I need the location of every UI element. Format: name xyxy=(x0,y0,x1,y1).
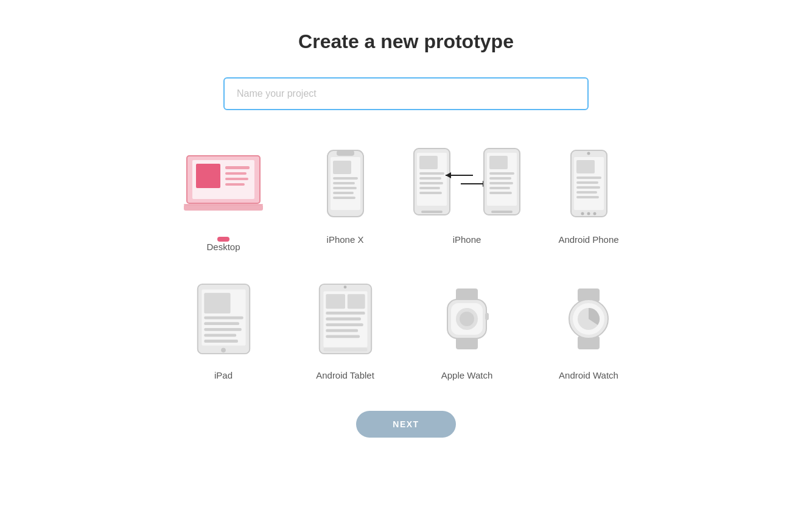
device-iphone-icon xyxy=(412,141,522,226)
device-android-tablet-icon xyxy=(303,276,388,362)
svg-rect-36 xyxy=(489,177,511,180)
svg-rect-59 xyxy=(204,334,236,337)
svg-rect-5 xyxy=(225,178,248,180)
svg-rect-35 xyxy=(489,172,514,175)
svg-rect-21 xyxy=(419,156,438,169)
svg-rect-46 xyxy=(576,186,600,189)
device-iphone-label: iPhone xyxy=(453,234,481,245)
device-apple-watch-icon xyxy=(424,276,509,362)
svg-rect-26 xyxy=(419,192,442,194)
svg-rect-65 xyxy=(347,294,365,309)
svg-rect-23 xyxy=(419,177,441,180)
svg-rect-39 xyxy=(489,192,512,194)
svg-rect-22 xyxy=(419,172,444,175)
svg-marker-28 xyxy=(446,172,451,178)
svg-rect-70 xyxy=(326,335,360,338)
svg-rect-71 xyxy=(323,348,367,352)
device-android-watch-icon xyxy=(546,276,631,362)
svg-rect-32 xyxy=(491,211,513,213)
svg-point-51 xyxy=(593,212,596,215)
svg-rect-68 xyxy=(326,323,363,326)
svg-rect-3 xyxy=(225,166,250,169)
device-ipad[interactable]: iPad xyxy=(169,276,278,380)
device-android-phone-label: Android Phone xyxy=(558,234,618,245)
svg-rect-78 xyxy=(485,313,489,320)
svg-rect-16 xyxy=(333,192,354,194)
svg-point-41 xyxy=(587,152,590,155)
svg-rect-55 xyxy=(204,293,230,313)
svg-rect-7 xyxy=(184,205,263,211)
device-iphoneX-icon xyxy=(303,141,388,226)
device-android-phone[interactable]: Android Phone xyxy=(534,141,643,252)
svg-rect-44 xyxy=(576,177,601,179)
svg-rect-24 xyxy=(419,182,443,184)
desktop-selected-indicator xyxy=(217,237,229,242)
device-android-tablet-label: Android Tablet xyxy=(316,370,374,380)
svg-point-50 xyxy=(587,212,590,215)
device-desktop-icon xyxy=(181,141,266,226)
svg-rect-10 xyxy=(337,150,354,156)
device-android-watch-label: Android Watch xyxy=(559,370,618,380)
devices-grid: Desktop iPhone X xyxy=(169,141,643,380)
svg-point-77 xyxy=(460,312,474,326)
device-apple-watch-label: Apple Watch xyxy=(441,370,493,380)
device-iphoneX[interactable]: iPhone X xyxy=(290,141,400,252)
device-iphone[interactable]: iPhone xyxy=(412,141,522,252)
device-ipad-label: iPad xyxy=(214,370,233,380)
svg-rect-2 xyxy=(196,164,220,188)
svg-rect-56 xyxy=(204,316,243,320)
svg-rect-58 xyxy=(204,328,241,331)
svg-rect-66 xyxy=(326,312,365,315)
svg-rect-60 xyxy=(204,340,238,343)
svg-rect-38 xyxy=(489,187,510,189)
device-android-watch[interactable]: Android Watch xyxy=(534,276,643,380)
device-android-tablet[interactable]: Android Tablet xyxy=(290,276,400,380)
svg-rect-4 xyxy=(225,172,247,175)
svg-rect-15 xyxy=(333,187,357,189)
svg-rect-6 xyxy=(225,183,245,186)
project-name-input[interactable] xyxy=(223,77,589,110)
svg-point-62 xyxy=(343,285,346,288)
svg-rect-34 xyxy=(489,156,508,169)
page-title: Create a new prototype xyxy=(298,30,514,53)
svg-rect-37 xyxy=(489,182,513,184)
svg-rect-25 xyxy=(419,187,440,189)
device-ipad-icon xyxy=(181,276,266,362)
device-apple-watch[interactable]: Apple Watch xyxy=(412,276,522,380)
svg-rect-69 xyxy=(326,329,358,332)
svg-rect-13 xyxy=(333,177,358,180)
svg-rect-64 xyxy=(326,294,345,309)
device-desktop-label: Desktop xyxy=(206,242,240,252)
svg-rect-67 xyxy=(326,318,361,321)
svg-rect-19 xyxy=(421,211,443,213)
svg-rect-57 xyxy=(204,322,239,325)
svg-point-49 xyxy=(581,212,584,215)
svg-rect-48 xyxy=(576,196,599,198)
svg-rect-47 xyxy=(576,191,597,194)
device-iphoneX-label: iPhone X xyxy=(327,234,364,245)
next-button[interactable]: NEXT xyxy=(356,411,455,438)
device-android-phone-icon xyxy=(546,141,631,226)
svg-rect-43 xyxy=(576,160,595,173)
svg-rect-17 xyxy=(333,197,355,199)
svg-rect-12 xyxy=(333,161,351,174)
svg-rect-14 xyxy=(333,182,355,184)
device-desktop[interactable]: Desktop xyxy=(169,141,278,252)
svg-rect-45 xyxy=(576,181,598,184)
svg-point-53 xyxy=(221,348,226,353)
